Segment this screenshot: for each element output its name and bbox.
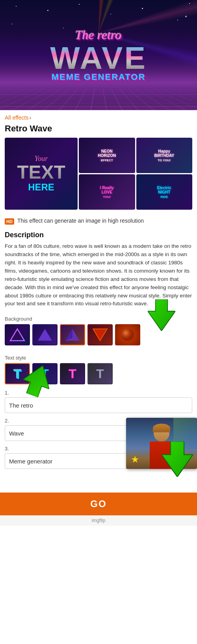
thumbnail-small-3[interactable]: I ReallyLOVEYOU!: [79, 174, 135, 210]
description-text: For a fan of 80s culture, retro wave is …: [5, 242, 192, 308]
hd-section: HD This effect can generate an image in …: [0, 214, 197, 228]
thumb-small-4-text: ElectricNIGHTRIDE: [157, 186, 171, 199]
text-style-option-4[interactable]: T: [87, 363, 113, 384]
bg-option-4[interactable]: [87, 324, 113, 345]
description-section: Description For a fan of 80s culture, re…: [0, 228, 197, 311]
hero-meme-gen-text: MEME GENERATOR: [50, 72, 147, 82]
page-title: Retro Wave: [0, 123, 197, 138]
svg-marker-6: [93, 329, 107, 341]
bg-option-5[interactable]: [115, 324, 140, 345]
svg-point-9: [121, 328, 134, 341]
bg-option-3[interactable]: [60, 324, 85, 345]
green-arrow-down-1: [148, 299, 175, 331]
thumbnail-small-4[interactable]: ElectricNIGHTRIDE: [136, 174, 193, 210]
hd-badge: HD: [5, 218, 14, 225]
text-input-1[interactable]: [5, 397, 192, 413]
star-decoration: ★: [131, 454, 139, 465]
thumb-main-here: HERE: [28, 182, 54, 193]
thumb-small-2-text: HappyBIRTHDAYTO YOU!: [154, 149, 174, 162]
green-arrow-down-2: [162, 441, 193, 477]
bg-opt-5-icon: [120, 327, 136, 343]
input-group-2: 2. ★: [0, 418, 197, 441]
thumbnail-main[interactable]: Your TEXT HERE: [5, 138, 78, 210]
footer-text: imgflip: [92, 518, 106, 523]
bg-option-1[interactable]: [5, 324, 30, 345]
inputs-section: 1. 2. ★: [0, 390, 197, 469]
svg-marker-2: [10, 329, 24, 341]
thumbnail-grid: Your TEXT HERE NEONHORIZONEFFECT HappyBI…: [5, 138, 192, 210]
thumb-main-text: TEXT: [17, 163, 65, 182]
text-style-option-3[interactable]: T: [60, 363, 85, 384]
svg-marker-3: [38, 329, 52, 341]
all-effects-link[interactable]: All effects: [5, 114, 28, 121]
imgflip-footer: imgflip: [0, 515, 197, 526]
bg-opt-4-icon: [92, 327, 108, 343]
svg-marker-13: [162, 441, 193, 477]
bg-opt-3-icon: [65, 327, 80, 343]
svg-marker-1: [148, 299, 175, 331]
thumbnail-small-2[interactable]: HappyBIRTHDAYTO YOU!: [136, 138, 193, 173]
go-button[interactable]: GO: [0, 493, 197, 515]
bg-option-2[interactable]: [32, 324, 58, 345]
bg-opt-2-icon: [37, 327, 53, 343]
thumb-small-1-text: NEONHORIZONEFFECT: [98, 149, 116, 162]
breadcrumb: All effects›: [0, 110, 197, 123]
background-section: Background: [0, 311, 197, 345]
thumb-small-3-text: I ReallyLOVEYOU!: [100, 186, 114, 199]
ts-option-1-letter: T: [13, 367, 21, 381]
hero-wave-text: WAVE: [50, 42, 147, 74]
bg-opt-1-icon: [9, 327, 25, 343]
description-title: Description: [5, 231, 192, 239]
ts-option-4-letter: T: [96, 367, 104, 381]
hero-text-container: The retro WAVE MEME GENERATOR: [50, 28, 147, 82]
thumbnail-small-1[interactable]: NEONHORIZONEFFECT: [79, 138, 135, 173]
text-style-section: Text style T T T T: [0, 350, 197, 384]
hd-text: This effect can generate an image in hig…: [17, 218, 144, 224]
breadcrumb-separator: ›: [29, 114, 31, 121]
ts-option-3-letter: T: [69, 367, 76, 381]
hero-banner: The retro WAVE MEME GENERATOR: [0, 0, 197, 110]
